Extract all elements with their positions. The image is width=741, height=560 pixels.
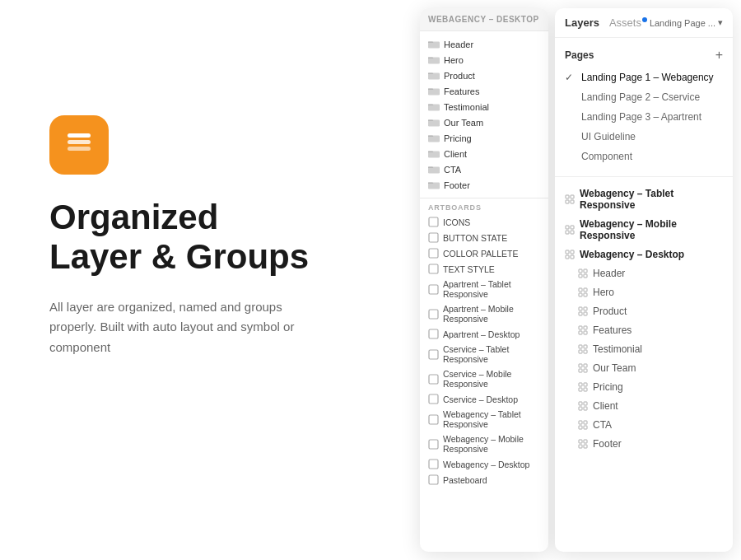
tab-layers[interactable]: Layers [565,16,599,29]
grid-icon [578,268,588,278]
svg-rect-54 [584,331,587,334]
svg-rect-29 [566,200,569,203]
file-item[interactable]: Features [420,83,548,99]
tree-item[interactable]: Product [555,301,733,320]
file-item[interactable]: CTA [420,161,548,177]
artboard-icon [428,329,439,339]
tree-item[interactable]: Footer [555,434,733,453]
svg-rect-18 [429,310,438,319]
svg-rect-41 [579,274,582,278]
artboard-item[interactable]: Pasteboard [420,472,548,488]
page-item[interactable]: UI Guideline [555,127,733,147]
grid-icon [578,382,588,392]
grid-icon [565,250,575,259]
tree-item[interactable]: Features [555,320,733,339]
grid-icon [578,401,588,411]
folder-icon [428,165,440,174]
tree-item[interactable]: Hero [555,282,733,301]
artboard-item[interactable]: Apartrent – Desktop [420,326,548,342]
svg-rect-35 [566,250,569,254]
folder-icon [428,118,440,127]
svg-rect-66 [584,388,587,391]
layers-header: Layers Assets Landing Page ... ▾ [555,8,733,38]
layers-panel: Layers Assets Landing Page ... ▾ Pages +… [555,8,733,552]
artboards-section: ARTBOARDS ICONS BUTTON STATE COLLOR PALL… [420,198,548,488]
svg-rect-0 [68,147,91,151]
file-item[interactable]: Our Team [420,114,548,130]
grid-icon [578,306,588,316]
page-item[interactable]: Landing Page 3 – Apartrent [555,107,733,127]
layers-tabs: Layers Assets [565,16,647,29]
artboard-item[interactable]: TEXT STYLE [420,261,548,277]
svg-rect-16 [429,264,438,273]
file-item[interactable]: Client [420,146,548,161]
svg-rect-42 [584,274,587,278]
svg-rect-33 [566,231,569,234]
tree-item[interactable]: Webagency – Mobile Responsive [555,214,733,245]
artboard-item[interactable]: BUTTON STATE [420,230,548,245]
svg-rect-43 [579,288,582,292]
tree-item[interactable]: Webagency – Tablet Responsive [555,184,733,214]
grid-icon [578,363,588,373]
svg-rect-51 [579,326,582,329]
svg-rect-58 [584,350,587,353]
svg-rect-34 [571,231,574,234]
tree-item[interactable]: Our Team [555,358,733,377]
artboard-icon [428,439,439,450]
main-title: Organized Layer & Groups [49,198,362,278]
artboard-item[interactable]: Apartrent – Mobile Responsive [420,301,548,326]
artboard-item[interactable]: ICONS [420,214,548,230]
artboard-item[interactable]: Webagency – Mobile Responsive [420,432,548,456]
file-item[interactable]: Header [420,36,548,52]
tab-assets[interactable]: Assets [609,16,647,29]
artboard-icon [428,374,439,385]
artboard-item[interactable]: Cservice – Tablet Responsive [420,342,548,366]
page-item[interactable]: Landing Page 2 – Cservice [555,87,733,107]
svg-rect-44 [584,288,587,292]
svg-rect-62 [584,369,587,372]
artboard-item[interactable]: Webagency – Tablet Responsive [420,407,548,432]
artboard-item[interactable]: Webagency – Desktop [420,456,548,472]
page-item[interactable]: ✓ Landing Page 1 – Webagency [555,68,733,87]
page-label[interactable]: Landing Page ... ▾ [650,17,723,28]
file-item[interactable]: Testimonial [420,99,548,114]
artboard-icon [428,232,439,243]
tree-item[interactable]: Client [555,396,733,415]
file-item[interactable]: Product [420,68,548,83]
pages-list: ✓ Landing Page 1 – Webagency Landing Pag… [555,68,733,166]
add-page-button[interactable]: + [715,48,723,63]
file-item[interactable]: Pricing [420,130,548,146]
tree-item[interactable]: Header [555,264,733,282]
artboard-item[interactable]: COLLOR PALLETE [420,245,548,261]
pages-title: Pages [565,49,594,61]
artboard-icon [428,459,439,469]
tree-item[interactable]: CTA [555,415,733,434]
svg-rect-73 [579,426,582,429]
file-panel: WEBAGENCY – DESKTOP Header Hero Product [420,8,548,552]
svg-rect-69 [579,407,582,410]
tree-item[interactable]: Webagency – Desktop [555,245,733,264]
file-item[interactable]: Hero [420,52,548,68]
page-item[interactable]: Component [555,147,733,166]
svg-rect-27 [566,195,569,198]
tree-item[interactable]: Testimonial [555,339,733,358]
artboard-icon [428,217,439,227]
artboard-item[interactable]: Cservice – Desktop [420,391,548,407]
svg-rect-65 [579,388,582,391]
folder-icon [428,71,440,80]
grid-icon [578,439,588,449]
artboard-item[interactable]: Cservice – Mobile Responsive [420,366,548,391]
svg-rect-25 [429,460,438,469]
svg-rect-60 [584,364,587,367]
svg-rect-47 [579,307,582,310]
svg-rect-74 [584,426,587,429]
artboard-icon [428,349,439,360]
artboard-item[interactable]: Apartrent – Tablet Responsive [420,277,548,301]
svg-rect-55 [579,345,582,348]
svg-rect-57 [579,350,582,353]
tree-item[interactable]: Pricing [555,377,733,396]
file-item[interactable]: Footer [420,177,548,193]
svg-rect-67 [579,402,582,405]
folder-icon [428,149,440,158]
svg-rect-24 [429,440,438,449]
